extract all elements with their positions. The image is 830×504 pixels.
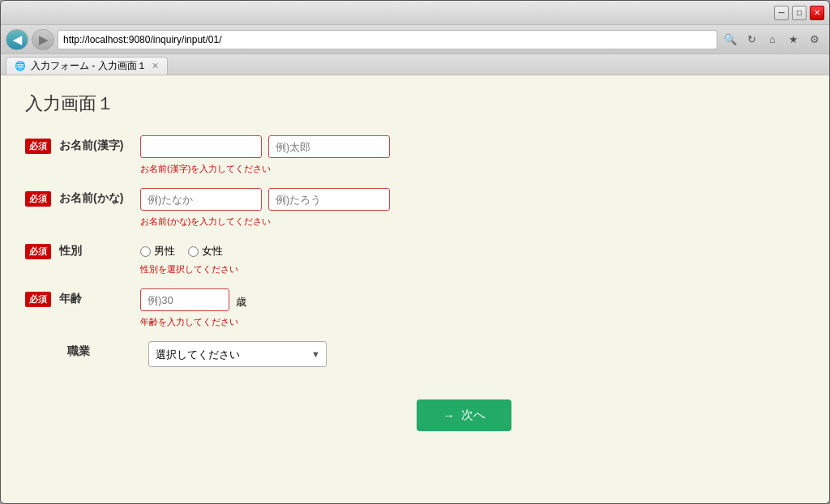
- title-bar: ─ □ ✕: [1, 1, 829, 25]
- back-button[interactable]: ◀: [6, 29, 28, 50]
- gender-male-option[interactable]: 男性: [140, 244, 175, 258]
- name-kanji-inputs: お名前(漢字)を入力してください: [140, 135, 390, 175]
- gender-inputs: 男性 女性 性別を選択してください: [140, 241, 238, 275]
- next-arrow-icon: →: [443, 408, 455, 422]
- gender-label: 性別: [59, 244, 132, 258]
- page-title: 入力画面１: [25, 92, 805, 116]
- search-icon[interactable]: 🔍: [721, 30, 740, 49]
- occupation-select-wrapper: 選択してください 会社員 自営業 学生 主婦 その他: [148, 341, 327, 367]
- name-kanji-first-input[interactable]: [268, 135, 390, 158]
- name-kana-field-inputs: [140, 188, 390, 211]
- age-hint: 年齢を入力してください: [140, 316, 246, 328]
- occupation-label: 職業: [67, 344, 140, 359]
- title-bar-buttons: ─ □ ✕: [774, 6, 824, 20]
- page-content: 入力画面１ 必須 お名前(漢字) お名前(漢字)を入力してください 必須 お名前…: [1, 75, 829, 503]
- tab-favicon: 🌐: [15, 61, 26, 71]
- address-bar: ◀ ▶ 🔍 ↻ ⌂ ★ ⚙: [1, 25, 829, 54]
- name-kanji-row: 必須 お名前(漢字) お名前(漢字)を入力してください: [25, 135, 511, 175]
- tab-title: 入力フォーム - 入力画面１: [31, 59, 147, 73]
- gender-hint: 性別を選択してください: [140, 263, 238, 275]
- gender-female-radio[interactable]: [188, 246, 199, 257]
- age-inputs: 歳 年齢を入力してください: [140, 288, 246, 328]
- tab-close-icon[interactable]: ✕: [152, 61, 159, 71]
- browser-window: ─ □ ✕ ◀ ▶ 🔍 ↻ ⌂ ★ ⚙ 🌐 入力フォーム - 入力画面１ ✕ 入…: [0, 0, 830, 504]
- minimize-button[interactable]: ─: [774, 6, 789, 20]
- occupation-select[interactable]: 選択してください 会社員 自営業 学生 主婦 その他: [148, 341, 327, 367]
- refresh-icon[interactable]: ↻: [742, 30, 761, 49]
- settings-icon[interactable]: ⚙: [805, 30, 824, 49]
- age-row: 必須 年齢 歳 年齢を入力してください: [25, 288, 511, 328]
- close-button[interactable]: ✕: [810, 6, 824, 20]
- gender-male-radio[interactable]: [140, 246, 151, 257]
- age-label: 年齢: [59, 292, 132, 306]
- tab-bar: 🌐 入力フォーム - 入力画面１ ✕: [1, 54, 829, 75]
- gender-female-label: 女性: [202, 244, 223, 258]
- occupation-row: 職業 選択してください 会社員 自営業 学生 主婦 その他: [25, 341, 511, 367]
- active-tab[interactable]: 🌐 入力フォーム - 入力画面１ ✕: [6, 57, 168, 75]
- name-kanji-label: お名前(漢字): [59, 139, 132, 153]
- name-kana-inputs: お名前(かな)を入力してください: [140, 188, 390, 228]
- gender-male-label: 男性: [154, 244, 175, 258]
- maximize-button[interactable]: □: [792, 6, 806, 20]
- name-kana-row: 必須 お名前(かな) お名前(かな)を入力してください: [25, 188, 511, 228]
- name-kana-label: お名前(かな): [59, 191, 132, 206]
- form-section: 必須 お名前(漢字) お名前(漢字)を入力してください 必須 お名前(かな): [25, 135, 511, 431]
- button-row: → 次へ: [25, 393, 511, 431]
- age-required: 必須: [25, 292, 51, 307]
- name-kana-first-input[interactable]: [268, 188, 390, 211]
- age-field-inputs: 歳: [140, 288, 246, 311]
- forward-button[interactable]: ▶: [32, 29, 54, 50]
- name-kanji-field-inputs: [140, 135, 390, 158]
- home-icon[interactable]: ⌂: [763, 30, 782, 49]
- gender-row: 必須 性別 男性 女性 性別を選択してください: [25, 241, 511, 275]
- address-icons: 🔍 ↻ ⌂ ★ ⚙: [721, 30, 824, 49]
- name-kana-hint: お名前(かな)を入力してください: [140, 216, 390, 228]
- next-button-label: 次へ: [461, 408, 486, 423]
- name-kanji-hint: お名前(漢字)を入力してください: [140, 163, 390, 175]
- gender-required: 必須: [25, 244, 51, 259]
- address-input[interactable]: [58, 30, 717, 49]
- gender-female-option[interactable]: 女性: [188, 244, 223, 258]
- bookmark-icon[interactable]: ★: [784, 30, 803, 49]
- name-kanji-last-input[interactable]: [140, 135, 262, 158]
- age-input[interactable]: [140, 288, 229, 311]
- name-kanji-required: 必須: [25, 139, 51, 154]
- next-button[interactable]: → 次へ: [417, 399, 511, 431]
- gender-radio-group: 男性 女性: [140, 244, 238, 258]
- name-kana-last-input[interactable]: [140, 188, 262, 211]
- name-kana-required: 必須: [25, 191, 51, 207]
- age-suffix: 歳: [236, 295, 246, 310]
